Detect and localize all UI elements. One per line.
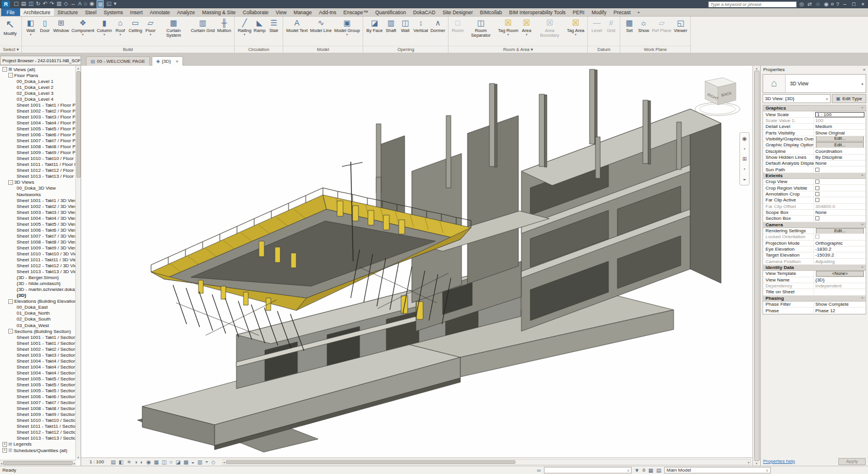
account-icon[interactable]: ☆ bbox=[815, 1, 820, 7]
ribbon-button[interactable]: ☒ Tag Area ▾ bbox=[566, 17, 586, 45]
tree-item[interactable]: 03_Doka_Level 4 bbox=[1, 96, 76, 102]
search-input[interactable] bbox=[708, 1, 797, 8]
tree-item[interactable]: Sheet 1001 - Takt1 / 3D View bbox=[1, 197, 76, 203]
section-collapse-icon[interactable]: ^ bbox=[861, 174, 866, 178]
tree-expander-icon[interactable]: + bbox=[2, 448, 7, 453]
qat-icon[interactable]: ↔ bbox=[71, 0, 76, 8]
scale-indicator[interactable]: 1 : 100 bbox=[89, 459, 104, 465]
checkbox[interactable] bbox=[815, 216, 819, 220]
tree-item[interactable]: Sheet 1012 - Takt12 / 3D Vie bbox=[1, 263, 76, 269]
ribbon-tab[interactable]: Modify bbox=[588, 8, 610, 16]
qat-icon[interactable]: ▥ bbox=[56, 0, 62, 8]
scroll-up-icon[interactable]: ▴ bbox=[756, 66, 758, 70]
property-row[interactable]: Far Clip Offset 304800.0 bbox=[763, 204, 866, 210]
chevron-down-icon[interactable]: ▾ bbox=[861, 82, 866, 86]
account-icon[interactable]: ◎ bbox=[799, 1, 804, 7]
tree-item[interactable]: Sheet 1006 - Takt6 / 3D View bbox=[1, 227, 76, 233]
qat-icon[interactable]: ⌂ bbox=[84, 0, 87, 8]
qat-icon[interactable]: ◫ bbox=[28, 0, 34, 8]
property-value[interactable]: -1830.2 bbox=[814, 246, 866, 252]
tree-item[interactable]: Sheet 1012 - Takt12 / Floor P bbox=[1, 168, 76, 174]
qat-icon[interactable]: A bbox=[78, 0, 82, 8]
view-control-icon[interactable]: ◒ bbox=[191, 459, 194, 465]
ribbon-button[interactable]: ◣ Ramp ▾ bbox=[252, 17, 267, 45]
ribbon-tab[interactable]: Annotate bbox=[146, 8, 174, 16]
ribbon-tab[interactable]: Quantification bbox=[371, 8, 409, 16]
tree-item[interactable]: 03_Doka_West bbox=[1, 322, 76, 328]
property-row[interactable]: Camera ^ bbox=[763, 222, 866, 228]
property-row[interactable]: Locked Orientation bbox=[763, 234, 866, 240]
tree-item[interactable]: Sheet 1010 - Takt10 / Section bbox=[1, 418, 76, 424]
ribbon-tab[interactable]: DokaCAD bbox=[409, 8, 439, 16]
edit-type-button[interactable]: ▣ Edit Type bbox=[832, 94, 866, 103]
property-value[interactable]: Orthographic bbox=[814, 241, 866, 246]
property-row[interactable]: Show Hidden Lines By Discipline bbox=[763, 155, 866, 161]
property-value[interactable]: Show Complete bbox=[814, 302, 866, 307]
ribbon-button[interactable]: ▥ Shaft ▾ bbox=[384, 17, 398, 45]
property-value[interactable] bbox=[814, 166, 866, 172]
property-row[interactable]: Visibility/Graphics Overri... Edit... bbox=[763, 136, 866, 142]
ribbon-tab[interactable]: Steel bbox=[82, 8, 100, 16]
workset-dropdown[interactable]: ∨ bbox=[544, 467, 632, 473]
qat-icon[interactable]: ↻ bbox=[36, 0, 41, 8]
tree-horizontal-scrollbar[interactable]: ◂ ▸ bbox=[0, 460, 76, 466]
ribbon-button[interactable]: ▥ Curtain Grid ▾ bbox=[190, 17, 216, 45]
scroll-down-icon[interactable]: ▾ bbox=[756, 462, 758, 465]
instance-selector[interactable]: 3D View: {3D} ∨ bbox=[763, 94, 831, 103]
tree-item[interactable]: Sheet 1009 - Takt9 / Floor Pla bbox=[1, 150, 76, 156]
ribbon-button[interactable]: ◱ Viewer ▾ bbox=[672, 17, 688, 45]
tree-expander-icon[interactable]: - bbox=[8, 299, 13, 304]
tree-item[interactable]: {3D - hilde.umdasch} bbox=[1, 281, 76, 287]
ribbon-tab[interactable]: BIM Interoperability Tools bbox=[505, 8, 569, 16]
project-browser-header[interactable]: Project Browser - 242-016171-NB_SOFi... … bbox=[0, 56, 81, 65]
property-value[interactable]: Edit... bbox=[814, 136, 866, 142]
tree-item[interactable]: Sheet 1001 - Takt1 / Floor Pla bbox=[1, 102, 76, 108]
scrollbar-thumb[interactable] bbox=[76, 71, 81, 178]
ribbon-button[interactable]: ▯ Door ▾ bbox=[38, 17, 52, 45]
view-control-icon[interactable]: ◫ bbox=[162, 459, 167, 465]
property-row[interactable]: Camera Position Adjusting bbox=[763, 259, 866, 265]
property-value[interactable] bbox=[812, 105, 861, 111]
qat-icon[interactable]: ▢ bbox=[14, 0, 19, 8]
checkbox[interactable] bbox=[815, 180, 819, 184]
ribbon-tab[interactable]: Architecture bbox=[20, 8, 54, 16]
ribbon-button[interactable]: ▦ Curtain System ▾ bbox=[158, 17, 190, 45]
select-toggle-icon[interactable]: ▦ bbox=[648, 467, 654, 473]
scrollbar-thumb[interactable] bbox=[754, 71, 760, 461]
view-control-icon[interactable]: ○ bbox=[169, 459, 172, 465]
tree-item[interactable]: Sheet 1005 - Takt5 / Floor Pla bbox=[1, 126, 76, 132]
tree-item[interactable]: Sheet 1003 - Takt3 / Section bbox=[1, 352, 76, 358]
ribbon-tab[interactable]: Manage bbox=[290, 8, 316, 16]
property-value[interactable]: 1 : 100 bbox=[814, 111, 866, 117]
help-icon[interactable]: ? bbox=[836, 1, 839, 7]
tree-item[interactable]: Sheet 1011 - Takt11 / Floor P bbox=[1, 162, 76, 168]
design-option-dropdown[interactable]: Main Model ∨ bbox=[664, 467, 771, 473]
tree-item[interactable]: Sheet 1006 - Takt6 / Floor Pla bbox=[1, 132, 76, 138]
tree-vertical-scrollbar[interactable]: ▴ ▾ bbox=[75, 66, 81, 460]
tree-item[interactable]: Sheet 1001 - Takt1 / Section bbox=[1, 334, 76, 340]
revit-logo[interactable]: R bbox=[2, 1, 10, 8]
property-value[interactable]: Medium bbox=[814, 124, 866, 129]
tree-item[interactable]: Sheet 1011 - Takt11 / 3D Vie bbox=[1, 257, 76, 263]
view-tab[interactable]: ◈ {3D} × bbox=[152, 56, 183, 66]
scroll-down-icon[interactable]: ▾ bbox=[78, 456, 79, 459]
tree-item[interactable]: Sheet 1004 - Takt4 / Section bbox=[1, 358, 76, 364]
tree-item[interactable]: Sheet 1007 - Takt7 / 3D View bbox=[1, 233, 76, 239]
view-control-icon[interactable]: ◓ bbox=[205, 459, 208, 465]
ribbon-button[interactable]: ╫ Mullion ▾ bbox=[216, 17, 232, 45]
tree-item[interactable]: Sheet 1006 - Takt6 / Section bbox=[1, 394, 76, 400]
view-control-icon[interactable]: ◪ bbox=[175, 459, 181, 465]
property-value[interactable]: By Discipline bbox=[814, 155, 866, 160]
ribbon-button[interactable]: ◫ Room Separator ▾ bbox=[465, 17, 497, 45]
checkbox[interactable] bbox=[815, 235, 819, 239]
property-row[interactable]: View Name {3D} bbox=[763, 277, 866, 283]
properties-help-link[interactable]: Properties help bbox=[763, 459, 795, 464]
qat-icon[interactable]: ◉ bbox=[89, 0, 94, 8]
ribbon-button[interactable]: ▦ Set ▾ bbox=[622, 17, 636, 45]
tree-item[interactable]: Sheet 1009 - Takt9 / Section bbox=[1, 412, 76, 418]
ribbon-tab[interactable]: Systems bbox=[100, 8, 127, 16]
qat-icon[interactable]: ▤ bbox=[21, 0, 27, 8]
property-value[interactable]: Coordination bbox=[814, 148, 866, 153]
scroll-left-icon[interactable]: ◂ bbox=[1, 462, 2, 465]
property-value[interactable]: <None> bbox=[814, 271, 866, 276]
